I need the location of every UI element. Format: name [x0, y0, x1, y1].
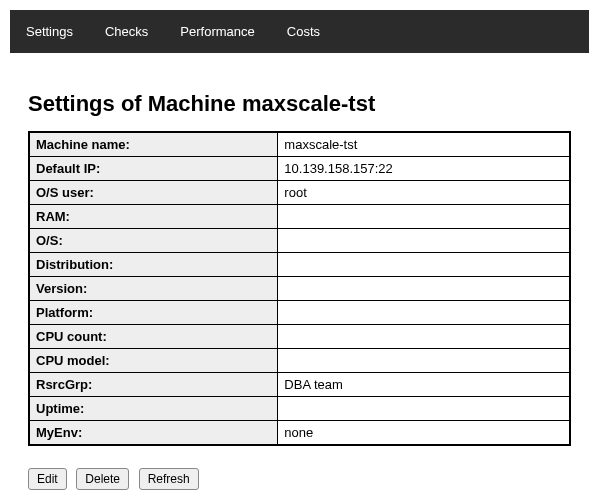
table-row: Uptime:	[29, 397, 570, 421]
table-row: Version:	[29, 277, 570, 301]
table-row: Machine name:maxscale-tst	[29, 132, 570, 157]
detail-label: O/S user:	[29, 181, 278, 205]
detail-value: maxscale-tst	[278, 132, 570, 157]
table-row: Platform:	[29, 301, 570, 325]
detail-label: CPU count:	[29, 325, 278, 349]
table-row: RAM:	[29, 205, 570, 229]
detail-value: none	[278, 421, 570, 446]
delete-button[interactable]: Delete	[76, 468, 129, 490]
nav-settings[interactable]: Settings	[10, 10, 89, 53]
details-table: Machine name:maxscale-tstDefault IP:10.1…	[28, 131, 571, 446]
detail-label: Version:	[29, 277, 278, 301]
detail-value	[278, 205, 570, 229]
page-title: Settings of Machine maxscale-tst	[28, 91, 571, 117]
button-row: Edit Delete Refresh	[28, 468, 571, 490]
table-row: O/S user:root	[29, 181, 570, 205]
detail-value	[278, 301, 570, 325]
detail-value	[278, 397, 570, 421]
detail-value	[278, 253, 570, 277]
nav-checks[interactable]: Checks	[89, 10, 164, 53]
table-row: CPU model:	[29, 349, 570, 373]
detail-label: MyEnv:	[29, 421, 278, 446]
detail-value	[278, 277, 570, 301]
detail-value	[278, 229, 570, 253]
table-row: MyEnv:none	[29, 421, 570, 446]
detail-label: Default IP:	[29, 157, 278, 181]
detail-value	[278, 325, 570, 349]
navbar: Settings Checks Performance Costs	[10, 10, 589, 53]
table-row: RsrcGrp:DBA team	[29, 373, 570, 397]
detail-label: O/S:	[29, 229, 278, 253]
detail-value: root	[278, 181, 570, 205]
detail-label: Distribution:	[29, 253, 278, 277]
refresh-button[interactable]: Refresh	[139, 468, 199, 490]
detail-label: Platform:	[29, 301, 278, 325]
detail-label: Machine name:	[29, 132, 278, 157]
detail-label: Uptime:	[29, 397, 278, 421]
detail-label: CPU model:	[29, 349, 278, 373]
table-row: Distribution:	[29, 253, 570, 277]
edit-button[interactable]: Edit	[28, 468, 67, 490]
detail-value: 10.139.158.157:22	[278, 157, 570, 181]
table-row: CPU count:	[29, 325, 570, 349]
nav-costs[interactable]: Costs	[271, 10, 336, 53]
detail-value	[278, 349, 570, 373]
detail-value: DBA team	[278, 373, 570, 397]
table-row: O/S:	[29, 229, 570, 253]
nav-performance[interactable]: Performance	[164, 10, 270, 53]
table-row: Default IP:10.139.158.157:22	[29, 157, 570, 181]
detail-label: RsrcGrp:	[29, 373, 278, 397]
content: Settings of Machine maxscale-tst Machine…	[0, 63, 599, 502]
detail-label: RAM:	[29, 205, 278, 229]
